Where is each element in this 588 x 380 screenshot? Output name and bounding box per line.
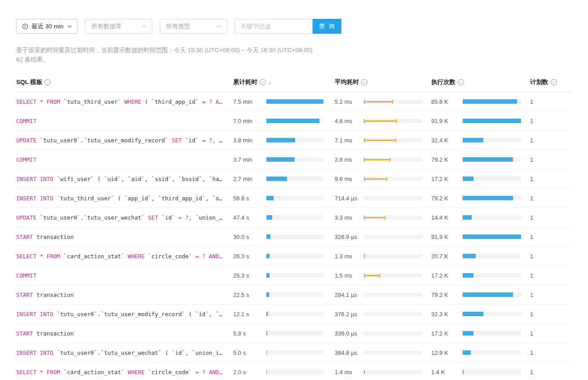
time-range-label: 最近 30 min <box>31 22 63 31</box>
total-time-value: 2.0 s <box>233 369 266 376</box>
info-icon[interactable]: i <box>458 79 464 85</box>
type-select[interactable]: 所有类型 <box>160 19 227 34</box>
avg-time-range-bar <box>364 138 422 142</box>
sql-template-text[interactable]: START transaction <box>16 330 233 337</box>
plan-count-value: 1 <box>530 176 572 182</box>
total-time-value: 47.4 s <box>233 214 266 221</box>
column-header-total-time[interactable]: 累计耗时 i ↓ <box>233 78 335 86</box>
executions-bar <box>463 215 521 220</box>
table-row[interactable]: SELECT * FROM `card_action_stat` WHERE `… <box>16 362 572 380</box>
summary: 基于设置的时间窗及过期时间，当前显示数据的时间范围：今天 15:30 (UTC+… <box>16 45 572 64</box>
table-row[interactable]: START transaction 22.5 s 284.1 µs 79.2 K… <box>16 285 572 305</box>
executions-bar <box>463 350 521 355</box>
plan-count-value: 1 <box>530 195 572 202</box>
avg-time-value: 326.9 µs <box>335 234 364 240</box>
sql-template-text[interactable]: COMMIT <box>16 118 233 124</box>
executions-value: 79.2 K <box>431 156 463 163</box>
sql-template-text[interactable]: INSERT INTO `tutu_user0`.`tutu_user_modi… <box>16 311 233 318</box>
sql-template-text[interactable]: INSERT INTO `tutu_user0`.`tutu_user_wech… <box>16 349 233 356</box>
column-header-plan-count[interactable]: 计划数 i <box>530 78 572 86</box>
sql-template-text[interactable]: SELECT * FROM `tutu_third_user` WHERE ( … <box>16 98 233 105</box>
avg-time-value: 2.8 ms <box>335 156 364 163</box>
sql-template-text[interactable]: SELECT * FROM `card_action_stat` WHERE `… <box>16 253 233 260</box>
plan-count-value: 1 <box>530 311 572 318</box>
clock-icon <box>22 23 28 30</box>
executions-value: 14.4 K <box>431 214 463 221</box>
executions-value: 20.7 K <box>431 253 463 260</box>
executions-bar <box>463 312 521 316</box>
sql-template-text[interactable]: UPDATE `tutu_user0`.`tutu_user_modify_re… <box>16 137 233 144</box>
avg-time-value: 284.1 µs <box>335 292 364 298</box>
total-time-value: 26.3 s <box>233 253 266 260</box>
table-row[interactable]: COMMIT 7.0 min 4.6 ms 91.9 K 1 <box>16 111 572 131</box>
sql-template-text[interactable]: START transaction <box>16 234 233 240</box>
info-icon[interactable]: i <box>44 79 51 85</box>
info-icon[interactable]: i <box>551 79 557 85</box>
avg-time-range-bar <box>364 158 422 162</box>
avg-time-range-bar <box>364 274 422 278</box>
total-time-value: 22.5 s <box>233 292 266 298</box>
table-row[interactable]: INSERT INTO `wifi_user` ( `uid`, `aid`, … <box>16 169 572 189</box>
sql-template-text[interactable]: INSERT INTO `tutu_third_user` ( `app_id`… <box>16 195 233 202</box>
executions-bar <box>463 196 521 200</box>
keyword-filter-input[interactable] <box>234 19 313 34</box>
table-row[interactable]: UPDATE `tutu_user0`.`tutu_user_modify_re… <box>16 131 572 150</box>
column-header-executions[interactable]: 执行次数 i <box>431 78 530 86</box>
total-time-bar <box>266 350 323 355</box>
executions-bar <box>463 119 521 123</box>
sql-template-text[interactable]: UPDATE `tutu_user0`.`tutu_user_wechat` S… <box>16 214 233 221</box>
total-time-value: 7.0 min <box>233 118 266 124</box>
toolbar: 最近 30 min 所有数据库 所有类型 查 询 <box>16 19 572 34</box>
sort-descending-icon[interactable]: ↓ <box>268 79 271 86</box>
plan-count-value: 1 <box>530 98 572 105</box>
total-time-bar <box>266 138 323 142</box>
time-range-selector[interactable]: 最近 30 min <box>16 19 78 34</box>
avg-time-range-bar <box>364 196 422 200</box>
avg-time-range-bar <box>364 293 422 297</box>
plan-count-value: 1 <box>530 118 572 124</box>
column-header-avg-time[interactable]: 平均耗时 i <box>335 78 431 86</box>
executions-value: 91.9 K <box>431 234 463 240</box>
sql-template-table: SQL 模板 i 累计耗时 i ↓ 平均耗时 i 执行次数 i 计划数 i SE <box>16 72 572 380</box>
column-header-sql-template: SQL 模板 i <box>16 78 233 86</box>
query-button[interactable]: 查 询 <box>313 19 341 34</box>
table-body: SELECT * FROM `tutu_third_user` WHERE ( … <box>16 92 572 380</box>
table-row[interactable]: START transaction 30.0 s 326.9 µs 91.9 K… <box>16 227 572 247</box>
sql-template-text[interactable]: COMMIT <box>16 272 233 279</box>
table-row[interactable]: SELECT * FROM `tutu_third_user` WHERE ( … <box>16 92 572 111</box>
table-row[interactable]: INSERT INTO `tutu_third_user` ( `app_id`… <box>16 189 572 208</box>
total-time-bar <box>266 370 323 374</box>
executions-value: 91.9 K <box>431 118 463 124</box>
avg-time-value: 4.6 ms <box>335 118 364 124</box>
table-row[interactable]: INSERT INTO `tutu_user0`.`tutu_user_modi… <box>16 305 572 324</box>
total-time-value: 25.3 s <box>233 272 266 279</box>
total-time-bar <box>266 119 323 123</box>
executions-value: 79.2 K <box>431 195 463 202</box>
table-row[interactable]: INSERT INTO `tutu_user0`.`tutu_user_wech… <box>16 343 572 362</box>
total-time-bar <box>266 254 323 258</box>
database-select[interactable]: 所有数据库 <box>85 19 152 34</box>
avg-time-value: 1.4 ms <box>335 369 364 376</box>
info-icon[interactable]: i <box>361 79 367 85</box>
total-time-value: 2.7 min <box>233 176 266 182</box>
table-row[interactable]: SELECT * FROM `card_action_stat` WHERE `… <box>16 247 572 266</box>
total-time-value: 3.7 min <box>233 156 266 163</box>
sql-template-text[interactable]: SELECT * FROM `card_action_stat` WHERE `… <box>16 369 233 376</box>
avg-time-value: 5.2 ms <box>335 98 364 105</box>
table-row[interactable]: COMMIT 3.7 min 2.8 ms 79.2 K 1 <box>16 150 572 169</box>
executions-bar <box>463 273 521 278</box>
table-row[interactable]: START transaction 5.8 s 339.0 µs 17.2 K … <box>16 324 572 343</box>
info-icon[interactable]: i <box>260 79 266 85</box>
avg-time-value: 339.0 µs <box>335 330 364 337</box>
total-time-value: 30.0 s <box>233 234 266 240</box>
sql-template-text[interactable]: INSERT INTO `wifi_user` ( `uid`, `aid`, … <box>16 176 233 182</box>
table-row[interactable]: COMMIT 25.3 s 1.5 ms 17.2 K 1 <box>16 266 572 285</box>
avg-time-value: 1.5 ms <box>335 272 364 279</box>
sql-template-text[interactable]: START transaction <box>16 292 233 298</box>
time-window-note: 基于设置的时间窗及过期时间，当前显示数据的时间范围：今天 15:30 (UTC+… <box>16 45 572 55</box>
plan-count-value: 1 <box>530 234 572 240</box>
table-row[interactable]: UPDATE `tutu_user0`.`tutu_user_wechat` S… <box>16 208 572 227</box>
sql-template-text[interactable]: COMMIT <box>16 156 233 163</box>
executions-value: 12.9 K <box>431 349 463 356</box>
executions-bar <box>463 177 521 181</box>
